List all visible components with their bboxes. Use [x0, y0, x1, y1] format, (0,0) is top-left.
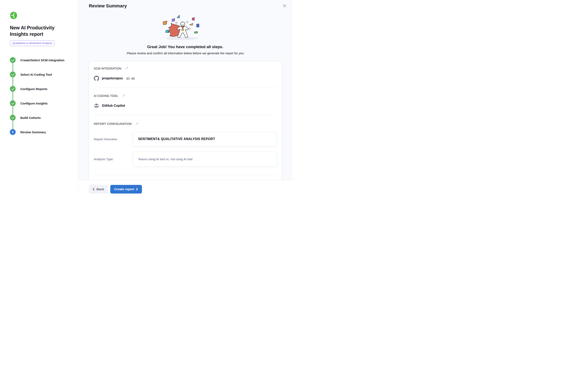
panel-content: Great Job! You have completed all steps.…: [78, 9, 292, 180]
close-icon[interactable]: [282, 3, 287, 8]
report-section-label: REPORT CONFIGURATION: [94, 122, 132, 126]
tool-section-label: AI CODING TOOL: [94, 94, 118, 98]
section-divider: [94, 174, 277, 175]
back-button[interactable]: Back: [89, 185, 108, 194]
step-build-cohorts[interactable]: Build Cohorts: [10, 115, 70, 120]
step-number-badge: 6: [10, 129, 16, 135]
wizard-sidebar: New AI Productivity Insights report Qual…: [0, 0, 78, 196]
wizard-footer: Back Create report: [78, 180, 292, 196]
step-check-icon: [10, 57, 16, 63]
chevron-right-icon: [136, 188, 138, 191]
wizard-title: New AI Productivity Insights report: [10, 25, 68, 38]
analysis-type-label: Analysis Type:: [94, 157, 133, 161]
step-create-select-scm[interactable]: Create/Select SCM integration: [10, 57, 70, 63]
chevron-left-icon: [92, 188, 94, 191]
stepper-connector-line: [12, 60, 13, 132]
step-configure-reports[interactable]: Configure Reports: [10, 86, 70, 92]
new-report-wizard: New AI Productivity Insights report Qual…: [0, 0, 292, 196]
analysis-type-badge: Qualitative & Sentiment Analysis: [10, 40, 55, 46]
step-check-icon: [10, 86, 16, 92]
section-divider: [94, 115, 277, 115]
celebration-illustration: [89, 14, 282, 44]
review-summary-panel: Review Summary: [78, 0, 292, 196]
scm-section-label: SCM INTEGRATION: [94, 67, 121, 70]
propelo-logo-icon: [10, 12, 17, 19]
scm-integration-id: ID: 49: [126, 77, 134, 80]
scm-section-header: SCM INTEGRATION: [94, 67, 277, 70]
github-copilot-icon: [94, 103, 99, 108]
analysis-type-value: Teams using AI tool vs. not using AI too…: [138, 157, 192, 161]
create-report-button[interactable]: Create report: [110, 185, 142, 194]
scm-integration-name: propelorepos: [102, 76, 123, 80]
edit-scm-pencil-icon[interactable]: [125, 67, 128, 70]
step-check-icon: [10, 72, 16, 77]
report-overview-row: Report Overview: SENTIMENT& QUALITATIVE …: [94, 132, 277, 146]
ai-coding-tool-row: GitHub Copilot: [94, 103, 277, 108]
report-overview-value: SENTIMENT& QUALITATIVE ANALYSIS REPORT: [138, 137, 215, 141]
congrats-heading: Great Job! You have completed all steps.: [89, 45, 282, 49]
analysis-type-box: Teams using AI tool vs. not using AI too…: [133, 152, 277, 166]
step-review-summary[interactable]: 6 Review Summary: [10, 129, 70, 135]
step-check-icon: [10, 100, 16, 106]
github-icon: [94, 76, 99, 81]
ai-coding-tool-name: GitHub Copilot: [102, 104, 125, 108]
scm-integration-row: propelorepos ID: 49: [94, 76, 277, 81]
report-overview-label: Report Overview:: [94, 138, 133, 141]
report-section-header: REPORT CONFIGURATION: [94, 122, 277, 126]
step-configure-insights[interactable]: Configure Insights: [10, 100, 70, 106]
step-select-ai-coding-tool[interactable]: Select AI Coding Tool: [10, 72, 70, 77]
section-divider: [94, 88, 277, 88]
step-check-icon: [10, 115, 16, 120]
analysis-type-row: Analysis Type: Teams using AI tool vs. n…: [94, 152, 277, 166]
tool-section-header: AI CODING TOOL: [94, 94, 277, 98]
edit-tool-pencil-icon[interactable]: [122, 94, 125, 98]
panel-header: Review Summary: [78, 0, 292, 9]
edit-report-pencil-icon[interactable]: [135, 122, 139, 126]
summary-card: SCM INTEGRATION: [89, 61, 282, 180]
report-overview-box: SENTIMENT& QUALITATIVE ANALYSIS REPORT: [133, 132, 277, 146]
page-title: Review Summary: [89, 3, 127, 9]
wizard-stepper: Create/Select SCM integration Select AI …: [10, 57, 70, 135]
congrats-subheading: Please review and confirm all informatio…: [89, 52, 282, 55]
